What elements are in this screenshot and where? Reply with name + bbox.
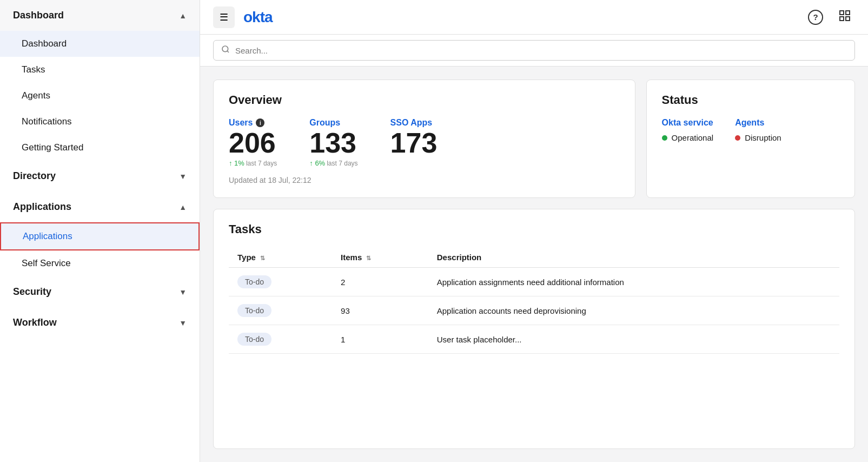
search-bar	[200, 35, 868, 67]
sidebar-section-applications[interactable]: Applications ▲	[0, 192, 200, 222]
content-area: Overview Users i 206 ↑ 1% last 7 days	[200, 67, 868, 462]
search-input-wrap[interactable]	[213, 40, 855, 61]
users-label: Users i	[229, 118, 277, 128]
agents-label[interactable]: Agents	[735, 118, 781, 128]
task-description-cell: User task placeholder...	[428, 325, 839, 354]
groups-count: 133	[309, 129, 357, 157]
sidebar-chevron-applications: ▲	[179, 203, 187, 212]
task-badge: To-do	[237, 333, 271, 346]
task-description-cell: Application assignments need additional …	[428, 268, 839, 296]
sidebar-section-workflow-label: Workflow	[13, 317, 57, 328]
col-items[interactable]: Items ⇅	[332, 247, 428, 268]
search-input[interactable]	[235, 46, 847, 55]
search-icon	[221, 45, 230, 56]
overview-stats: Users i 206 ↑ 1% last 7 days Groups	[229, 118, 620, 167]
sidebar-chevron-workflow: ▼	[179, 319, 187, 327]
groups-stat: Groups 133 ↑ 6% last 7 days	[309, 118, 357, 167]
tasks-table: Type ⇅ Items ⇅ Description To-do	[229, 247, 839, 354]
help-button[interactable]: ?	[805, 7, 826, 28]
okta-service-col: Okta service Operational	[662, 118, 714, 142]
sidebar-dashboard-items: Dashboard Tasks Agents Notifications Get…	[0, 31, 200, 161]
sidebar-chevron-security: ▼	[179, 288, 187, 296]
agents-dot	[735, 135, 740, 141]
svg-rect-3	[846, 17, 850, 21]
sidebar-section-security-label: Security	[13, 286, 51, 298]
topbar: ☰ okta ?	[200, 0, 868, 35]
sidebar-chevron-directory: ▼	[179, 172, 187, 181]
status-title: Status	[662, 93, 839, 107]
task-type-cell: To-do	[229, 296, 332, 325]
groups-label: Groups	[309, 118, 357, 128]
sso-stat: SSO Apps 173	[390, 118, 438, 157]
task-items-cell: 93	[332, 296, 428, 325]
task-items-cell: 2	[332, 268, 428, 296]
sidebar-item-dashboard[interactable]: Dashboard	[0, 31, 200, 57]
col-description: Description	[428, 247, 839, 268]
svg-line-5	[227, 51, 229, 52]
table-row[interactable]: To-do 2 Application assignments need add…	[229, 268, 839, 296]
sso-count: 173	[390, 129, 438, 157]
task-type-cell: To-do	[229, 268, 332, 296]
users-stat: Users i 206 ↑ 1% last 7 days	[229, 118, 277, 167]
sidebar-item-self-service[interactable]: Self Service	[0, 250, 200, 276]
tasks-card: Tasks Type ⇅ Items ⇅ Description	[213, 209, 855, 449]
main-content: ☰ okta ?	[200, 0, 868, 462]
agents-status: Disruption	[735, 133, 781, 142]
sidebar-section-dashboard[interactable]: Dashboard ▲	[0, 0, 200, 31]
sidebar-chevron-dashboard: ▲	[179, 11, 187, 20]
svg-rect-0	[840, 11, 844, 15]
status-card: Status Okta service Operational Agents	[646, 80, 855, 198]
sidebar: Dashboard ▲ Dashboard Tasks Agents Notif…	[0, 0, 200, 462]
task-badge: To-do	[237, 304, 271, 317]
okta-logo: okta	[243, 9, 273, 26]
users-count: 206	[229, 129, 277, 157]
svg-rect-1	[846, 11, 850, 15]
okta-service-label[interactable]: Okta service	[662, 118, 714, 128]
sidebar-section-dashboard-label: Dashboard	[13, 10, 64, 21]
sidebar-section-applications-label: Applications	[13, 201, 71, 213]
col-type[interactable]: Type ⇅	[229, 247, 332, 268]
sidebar-section-workflow[interactable]: Workflow ▼	[0, 307, 200, 338]
sidebar-section-directory-label: Directory	[13, 170, 56, 182]
tasks-title: Tasks	[229, 222, 839, 236]
groups-trend: ↑ 6% last 7 days	[309, 159, 357, 167]
grid-icon	[838, 9, 851, 25]
type-sort-icon: ⇅	[260, 255, 265, 261]
sidebar-applications-items: Applications Self Service	[0, 222, 200, 276]
users-trend: ↑ 1% last 7 days	[229, 159, 277, 167]
sidebar-item-tasks[interactable]: Tasks	[0, 57, 200, 83]
items-sort-icon: ⇅	[366, 255, 371, 261]
overview-card: Overview Users i 206 ↑ 1% last 7 days	[213, 80, 635, 198]
users-info-icon[interactable]: i	[256, 118, 264, 127]
table-row[interactable]: To-do 93 Application accounts need depro…	[229, 296, 839, 325]
sidebar-item-applications[interactable]: Applications	[0, 222, 200, 250]
top-cards-row: Overview Users i 206 ↑ 1% last 7 days	[213, 80, 855, 198]
sidebar-item-agents[interactable]: Agents	[0, 83, 200, 109]
okta-service-status: Operational	[662, 133, 714, 142]
task-badge: To-do	[237, 275, 271, 288]
task-items-cell: 1	[332, 325, 428, 354]
sidebar-section-directory[interactable]: Directory ▼	[0, 161, 200, 192]
sidebar-item-getting-started[interactable]: Getting Started	[0, 135, 200, 161]
menu-button[interactable]: ☰	[213, 6, 235, 28]
agents-col: Agents Disruption	[735, 118, 781, 142]
sidebar-item-notifications[interactable]: Notifications	[0, 109, 200, 135]
grid-button[interactable]	[834, 7, 855, 28]
task-type-cell: To-do	[229, 325, 332, 354]
overview-title: Overview	[229, 93, 620, 107]
sso-label: SSO Apps	[390, 118, 438, 128]
status-columns: Okta service Operational Agents Disrupti…	[662, 118, 839, 142]
updated-text: Updated at 18 Jul, 22:12	[229, 176, 620, 184]
help-icon: ?	[808, 10, 823, 25]
svg-rect-2	[840, 17, 844, 21]
table-row[interactable]: To-do 1 User task placeholder...	[229, 325, 839, 354]
okta-service-dot	[662, 135, 667, 141]
hamburger-icon: ☰	[220, 11, 228, 23]
task-description-cell: Application accounts need deprovisioning	[428, 296, 839, 325]
topbar-right: ?	[805, 7, 855, 28]
sidebar-section-security[interactable]: Security ▼	[0, 276, 200, 307]
svg-point-4	[222, 46, 228, 52]
